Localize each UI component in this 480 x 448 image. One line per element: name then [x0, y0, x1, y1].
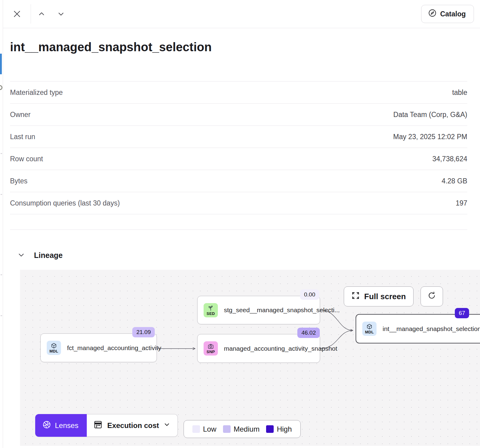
snapshot-type-code: SNP — [207, 350, 215, 354]
metadata-value: table — [452, 89, 467, 97]
legend-label: High — [277, 425, 292, 433]
fullscreen-button[interactable]: Full screen — [344, 286, 414, 306]
cost-grid-icon — [93, 420, 103, 431]
metadata-label: Row count — [10, 155, 43, 163]
chevron-down-icon — [57, 10, 65, 18]
model-type-code: MDL — [365, 330, 374, 334]
lineage-node[interactable]: 0.00 SED stg_seed__managed_snapshot_sele… — [197, 296, 320, 324]
cube-icon — [51, 343, 57, 349]
model-type-code: MDL — [49, 349, 58, 353]
cube-icon — [366, 323, 373, 330]
metadata-row: Materialized type table — [10, 81, 467, 103]
legend-label: Low — [203, 425, 216, 433]
avatar — [0, 85, 2, 90]
chevron-down-icon — [164, 421, 170, 430]
next-item-button[interactable] — [55, 8, 67, 20]
refresh-icon — [427, 291, 436, 302]
model-type-chip: MDL — [362, 322, 377, 336]
node-label: stg_seed__managed_snapshot_selecti... — [224, 306, 340, 314]
catalog-button[interactable]: Catalog — [421, 5, 474, 23]
refresh-button[interactable] — [421, 286, 443, 306]
compass-icon — [428, 9, 437, 19]
legend-swatch-low — [192, 425, 200, 433]
metadata-value: 34,738,624 — [432, 155, 467, 163]
topbar: Catalog — [3, 0, 480, 28]
lineage-node[interactable]: 46.02 SNP managed_accounting_activity_sn… — [197, 334, 320, 363]
lenses-button[interactable]: Lenses — [35, 414, 87, 437]
lineage-section-header: Lineage — [3, 230, 480, 270]
previous-item-button[interactable] — [35, 8, 48, 20]
metadata-value: 4.28 GB — [442, 177, 467, 185]
legend-item-high: High — [266, 425, 292, 433]
background-text-fragment — [1, 274, 2, 275]
lens-select-value: Execution cost — [107, 421, 159, 430]
lens-select[interactable]: Execution cost — [87, 414, 178, 437]
node-label: fct_managed_accounting_activity — [67, 344, 161, 352]
metadata-list: Materialized type table Owner Data Team … — [10, 81, 467, 230]
metadata-row: Consumption queries (last 30 days) 197 — [10, 192, 467, 214]
lineage-canvas[interactable]: 21.09 MDL fct_managed_accounting_activit… — [20, 270, 480, 446]
chevron-up-icon — [38, 10, 46, 18]
camera-icon — [208, 343, 214, 349]
lineage-section-title: Lineage — [34, 251, 63, 260]
lenses-control: Lenses Execution cost — [35, 414, 178, 437]
metadata-row: Last run May 23, 2025 12:02 PM — [10, 125, 467, 148]
metadata-label: Bytes — [10, 177, 28, 185]
panel-content: int__managed_snapshot_selection Material… — [3, 28, 480, 230]
screen: Catalog int__managed_snapshot_selection … — [0, 0, 480, 448]
metadata-row: Bytes 4.28 GB — [10, 170, 467, 192]
aperture-icon — [42, 420, 51, 431]
nav-selection-indicator — [0, 54, 2, 74]
sprout-icon — [208, 305, 214, 311]
legend-item-low: Low — [192, 425, 216, 433]
chevron-down-icon — [17, 256, 25, 260]
node-label: int__managed_snapshot_selection — [383, 325, 480, 333]
legend-item-medium: Medium — [223, 425, 259, 433]
background-text-fragment — [1, 153, 2, 154]
metadata-list-end — [10, 214, 467, 230]
cost-badge: 0.00 — [300, 289, 319, 300]
model-type-chip: MDL — [47, 341, 61, 355]
topbar-divider — [31, 4, 31, 24]
metadata-value: Data Team (Corp, G&A) — [393, 111, 467, 119]
catalog-button-label: Catalog — [440, 10, 466, 18]
fullscreen-button-label: Full screen — [364, 292, 406, 301]
metadata-label: Materialized type — [10, 89, 63, 97]
node-label: managed_accounting_activity_snapshot — [224, 345, 337, 352]
background-text-fragment — [1, 315, 2, 316]
metadata-label: Owner — [10, 111, 31, 119]
cost-badge: 46.02 — [297, 328, 320, 338]
lineage-node[interactable]: 21.09 MDL fct_managed_accounting_activit… — [40, 333, 157, 362]
legend-swatch-high — [266, 425, 274, 433]
close-icon — [12, 9, 22, 18]
detail-panel: Catalog int__managed_snapshot_selection … — [3, 0, 480, 448]
lineage-collapse-button[interactable] — [16, 249, 27, 261]
expand-icon — [351, 291, 360, 302]
metadata-label: Last run — [10, 133, 35, 141]
page-title: int__managed_snapshot_selection — [10, 40, 467, 54]
background-page-sliver — [0, 0, 3, 448]
metadata-value: May 23, 2025 12:02 PM — [393, 133, 467, 141]
close-button[interactable] — [10, 7, 24, 21]
lenses-button-label: Lenses — [55, 421, 78, 430]
cost-badge: 21.09 — [132, 327, 155, 337]
legend-swatch-medium — [223, 425, 231, 433]
seed-type-code: SED — [207, 312, 215, 316]
metadata-row: Row count 34,738,624 — [10, 148, 467, 170]
seed-type-chip: SED — [204, 303, 218, 317]
cost-legend: Low Medium High — [184, 420, 301, 438]
snapshot-type-chip: SNP — [204, 341, 218, 356]
background-text-fragment — [1, 194, 2, 195]
legend-label: Medium — [234, 425, 259, 433]
cost-badge: 67 — [455, 308, 469, 318]
lineage-node-selected[interactable]: 67 MDL int__managed_snapshot_selection — [356, 314, 480, 343]
metadata-value: 197 — [456, 199, 467, 207]
metadata-row: Owner Data Team (Corp, G&A) — [10, 103, 467, 125]
metadata-label: Consumption queries (last 30 days) — [10, 199, 120, 207]
